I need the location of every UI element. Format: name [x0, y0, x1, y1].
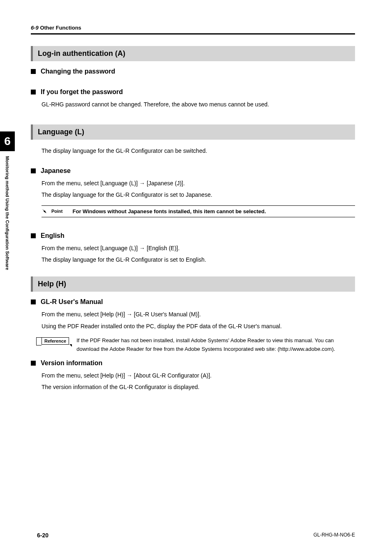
page-footer: 6-20 GL-RHG-M-NO6-E [37, 532, 355, 539]
sub-heading-changing-password: Changing the password [31, 68, 355, 75]
sub-heading-text: Japanese [41, 167, 71, 175]
body-text: GL-RHG password cannot be changed. There… [42, 100, 355, 109]
reference-label: Reference [42, 337, 69, 345]
body-text: Using the PDF Reader installed onto the … [42, 322, 355, 331]
body-text: From the menu, select [Help (H)] → [GL-R… [42, 310, 355, 319]
section-heading-login: Log-in authentication (A) [31, 46, 355, 61]
bullet-icon [31, 233, 36, 238]
reference-callout: Reference If the PDF Reader has not been… [42, 336, 355, 354]
bullet-icon [31, 69, 36, 74]
reference-text: If the PDF Reader has not been installed… [76, 336, 355, 354]
bullet-icon [31, 361, 36, 366]
body-text: From the menu, select [Language (L)] → [… [42, 179, 355, 188]
sub-heading-english: English [31, 232, 355, 240]
page-header: 6-9 Other Functions [31, 25, 355, 35]
sub-heading-text: English [41, 232, 65, 240]
bullet-icon [31, 168, 36, 173]
bullet-icon [31, 90, 36, 94]
sub-heading-text: GL-R User's Manual [41, 298, 103, 306]
point-label: Point [51, 209, 63, 214]
sub-heading-text: If you forget the password [41, 88, 123, 96]
body-text: The display language for the GL-R Config… [42, 255, 355, 264]
body-text: From the menu, select [Language (L)] → [… [42, 244, 355, 253]
point-icon [42, 208, 47, 214]
point-text: For Windows without Japanese fonts insta… [73, 208, 266, 214]
body-text: The version information of the GL-R Conf… [42, 382, 355, 391]
document-id: GL-RHG-M-NO6-E [314, 532, 355, 539]
section-heading-language: Language (L) [31, 124, 355, 140]
sub-heading-users-manual: GL-R User's Manual [31, 298, 355, 306]
header-divider [31, 33, 355, 35]
sub-heading-text: Version information [41, 359, 102, 367]
chapter-side-label: Monitoring method Using the Configuratio… [0, 154, 15, 298]
point-callout: Point For Windows without Japanese fonts… [42, 205, 355, 217]
section-heading-help: Help (H) [31, 276, 355, 292]
chapter-tab: 6 [0, 131, 15, 151]
sub-heading-text: Changing the password [41, 68, 115, 75]
bullet-icon [31, 299, 36, 304]
page-number: 6-20 [37, 532, 48, 539]
body-text: The display language for the GL-R Config… [42, 190, 355, 199]
body-text: The display language for the GL-R Config… [42, 146, 355, 155]
sub-heading-forget-password: If you forget the password [31, 88, 355, 96]
header-section-number: 6-9 [31, 25, 39, 31]
sub-heading-version-info: Version information [31, 359, 355, 367]
body-text: From the menu, select [Help (H)] → [Abou… [42, 371, 355, 380]
header-section-title: Other Functions [40, 25, 81, 31]
sub-heading-japanese: Japanese [31, 167, 355, 175]
